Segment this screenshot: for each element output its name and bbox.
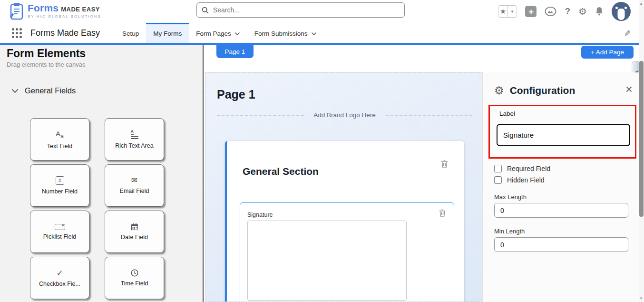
chevron-down-icon xyxy=(234,32,240,36)
min-length-input[interactable] xyxy=(494,237,628,252)
clock-icon xyxy=(131,269,138,277)
nav-tabs: Setup My Forms Form Pages Form Submissio… xyxy=(115,23,324,43)
rich-text-icon: A xyxy=(131,130,138,139)
hidden-field-label: Hidden Field xyxy=(507,176,545,184)
field-card-checkbox-field[interactable]: ✓ Checkbox Fie... xyxy=(30,257,89,299)
checkbox-icon[interactable] xyxy=(494,176,502,184)
tab-my-forms[interactable]: My Forms xyxy=(146,23,189,43)
checkbox-icon[interactable] xyxy=(494,165,502,172)
max-length-input[interactable] xyxy=(494,203,628,218)
global-header: Forms MADE EASY BY HIC GLOBAL SOLUTIONS … xyxy=(0,0,644,23)
tab-setup-label: Setup xyxy=(122,30,139,37)
search-icon xyxy=(202,7,209,14)
field-card-label: Rich Text Area xyxy=(115,142,153,149)
field-cards-grid: Aa Text Field A Rich Text Area # Number … xyxy=(30,118,164,299)
favorites-dropdown-icon[interactable]: ▼ xyxy=(507,6,517,17)
scroll-up-arrow-icon[interactable]: ▲ xyxy=(639,1,643,6)
section-title: General Section xyxy=(243,166,319,177)
help-icon[interactable]: ? xyxy=(565,6,570,17)
field-card-date-field[interactable]: Date Field xyxy=(105,211,164,253)
field-card-label: Picklist Field xyxy=(43,233,76,240)
field-card-label: Time Field xyxy=(121,280,148,287)
required-field-checkbox[interactable]: Required Field xyxy=(494,165,550,172)
close-icon[interactable]: × xyxy=(625,83,633,95)
min-length-label: Min Length xyxy=(494,228,525,235)
hidden-field-checkbox[interactable]: Hidden Field xyxy=(494,176,545,184)
tab-form-submissions[interactable]: Form Submissions xyxy=(247,23,324,43)
field-card-label: Checkbox Fie... xyxy=(39,281,80,287)
quick-add-button[interactable]: + xyxy=(525,6,537,17)
edit-pencil-icon[interactable]: ✎ xyxy=(624,29,631,39)
configuration-panel: ⚙ Configuration × Label Required Field H… xyxy=(482,72,639,302)
tab-form-submissions-label: Form Submissions xyxy=(254,30,308,37)
brand-logo-placeholder: Add Brand Logo Here xyxy=(309,111,381,120)
page-scrollbar[interactable]: ▲ ▼ xyxy=(639,0,644,302)
sidebar-subtitle: Drag elements to the canvas xyxy=(7,61,85,68)
general-fields-section-toggle[interactable]: General Fields xyxy=(11,86,76,95)
field-card-label: Text Field xyxy=(47,143,73,150)
favorite-star-icon[interactable]: ★ xyxy=(498,6,507,17)
annotation-highlight-box: Label xyxy=(488,105,636,159)
delete-section-trash-icon[interactable] xyxy=(441,160,448,168)
brand-tagline: BY HIC GLOBAL SOLUTIONS xyxy=(28,14,101,19)
trailhead-icon[interactable] xyxy=(545,7,556,16)
add-page-button[interactable]: + Add Page xyxy=(581,46,634,59)
app-navigation-bar: Forms Made Easy Setup My Forms Form Page… xyxy=(0,23,644,43)
scrollbar-thumb[interactable] xyxy=(639,61,644,217)
chevron-down-icon xyxy=(311,32,317,36)
field-card-label: Number Field xyxy=(42,188,78,195)
signature-pad[interactable] xyxy=(247,221,407,301)
app-launcher-icon[interactable] xyxy=(12,28,22,38)
field-card-label: Date Field xyxy=(121,234,148,241)
dashed-line xyxy=(217,115,304,116)
field-card-text-field[interactable]: Aa Text Field xyxy=(30,118,89,161)
field-card-label: Email Field xyxy=(120,188,149,194)
general-fields-label: General Fields xyxy=(25,86,76,95)
tab-form-pages[interactable]: Form Pages xyxy=(189,23,247,43)
app-logo: Forms MADE EASY BY HIC GLOBAL SOLUTIONS xyxy=(9,2,101,20)
configuration-gear-icon: ⚙ xyxy=(494,85,504,96)
max-length-label: Max Length xyxy=(494,193,527,201)
canvas-page-title: Page 1 xyxy=(217,88,255,101)
configuration-title: Configuration xyxy=(510,85,576,96)
chevron-down-icon xyxy=(11,89,19,93)
field-card-number-field[interactable]: # Number Field xyxy=(30,164,89,207)
calendar-icon xyxy=(131,223,138,231)
sidebar-title: Form Elements xyxy=(7,47,86,60)
brand-logo-dropzone[interactable]: Add Brand Logo Here xyxy=(217,111,472,120)
favorites-button-group[interactable]: ★ ▼ xyxy=(498,5,517,18)
scroll-down-arrow-icon[interactable]: ▼ xyxy=(639,296,643,301)
form-canvas: Page 1 Add Brand Logo Here General Secti… xyxy=(205,72,482,302)
envelope-icon: ✉ xyxy=(131,177,137,184)
label-input[interactable] xyxy=(497,124,630,146)
global-search[interactable] xyxy=(196,2,405,18)
app-name: Forms Made Easy xyxy=(30,28,115,38)
brand-subtitle: MADE EASY xyxy=(61,6,100,13)
delete-field-trash-icon[interactable] xyxy=(439,209,446,217)
notification-bell-icon[interactable] xyxy=(595,7,604,16)
general-section-card[interactable]: General Section Signature xyxy=(225,141,464,302)
field-card-picklist-field[interactable]: Picklist Field xyxy=(30,211,89,253)
clipboard-logo-icon xyxy=(9,2,24,20)
tab-form-pages-label: Form Pages xyxy=(196,30,231,37)
setup-gear-icon[interactable]: ⚙ xyxy=(578,7,587,16)
brand-name: Forms xyxy=(28,2,59,14)
signature-field-label: Signature xyxy=(247,211,273,218)
signature-field-container[interactable]: Signature xyxy=(240,202,454,302)
required-field-label: Required Field xyxy=(507,165,550,172)
form-builder-main: Page 1 + Add Page ◀ Page 1 Add Brand Log… xyxy=(204,45,644,302)
search-input[interactable] xyxy=(213,6,400,14)
field-card-rich-text-area[interactable]: A Rich Text Area xyxy=(105,118,164,161)
field-card-time-field[interactable]: Time Field xyxy=(105,257,164,299)
checkmark-icon: ✓ xyxy=(56,269,63,277)
tab-my-forms-label: My Forms xyxy=(153,30,182,37)
dashed-line xyxy=(386,115,473,116)
number-icon: # xyxy=(56,176,64,185)
page-1-tab-button[interactable]: Page 1 xyxy=(216,45,254,58)
user-avatar[interactable] xyxy=(612,2,631,21)
picklist-icon xyxy=(55,224,65,230)
tab-setup[interactable]: Setup xyxy=(115,23,146,43)
form-elements-sidebar: Form Elements Drag elements to the canva… xyxy=(0,45,204,302)
text-field-icon: Aa xyxy=(56,130,64,140)
field-card-email-field[interactable]: ✉ Email Field xyxy=(105,164,164,207)
